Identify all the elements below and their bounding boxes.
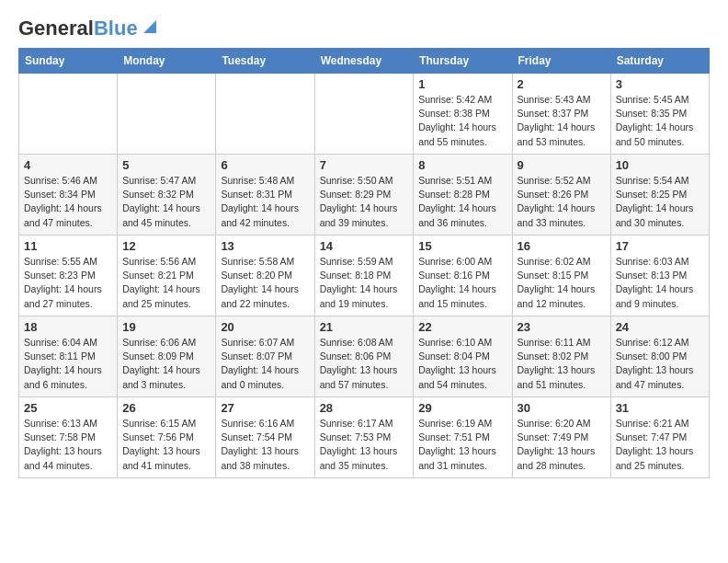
day-info: Sunrise: 5:59 AMSunset: 8:18 PMDaylight:… <box>320 255 409 311</box>
calendar-cell: 20Sunrise: 6:07 AMSunset: 8:07 PMDayligh… <box>216 316 314 397</box>
calendar-cell: 4Sunrise: 5:46 AMSunset: 8:34 PMDaylight… <box>19 155 118 236</box>
day-info: Sunrise: 5:54 AMSunset: 8:25 PMDaylight:… <box>616 174 704 230</box>
page-header: GeneralBlue <box>18 18 710 39</box>
weekday-header-wednesday: Wednesday <box>314 49 414 74</box>
day-number: 30 <box>518 401 606 415</box>
calendar-cell: 1Sunrise: 5:42 AMSunset: 8:38 PMDaylight… <box>414 74 512 155</box>
calendar-cell: 18Sunrise: 6:04 AMSunset: 8:11 PMDayligh… <box>19 316 118 397</box>
weekday-header-sunday: Sunday <box>19 49 118 74</box>
day-info: Sunrise: 5:47 AMSunset: 8:32 PMDaylight:… <box>122 174 210 230</box>
day-number: 24 <box>616 320 704 334</box>
calendar-cell: 19Sunrise: 6:06 AMSunset: 8:09 PMDayligh… <box>118 316 216 397</box>
day-number: 19 <box>122 320 210 334</box>
calendar-cell: 27Sunrise: 6:16 AMSunset: 7:54 PMDayligh… <box>216 397 314 478</box>
day-info: Sunrise: 6:08 AMSunset: 8:06 PMDaylight:… <box>320 336 409 392</box>
day-info: Sunrise: 5:48 AMSunset: 8:31 PMDaylight:… <box>221 174 309 230</box>
calendar-table: SundayMondayTuesdayWednesdayThursdayFrid… <box>18 48 710 478</box>
day-number: 5 <box>122 158 210 172</box>
day-info: Sunrise: 5:56 AMSunset: 8:21 PMDaylight:… <box>122 255 210 311</box>
day-info: Sunrise: 6:13 AMSunset: 7:58 PMDaylight:… <box>24 417 112 473</box>
day-info: Sunrise: 6:17 AMSunset: 7:53 PMDaylight:… <box>320 417 409 473</box>
day-info: Sunrise: 6:10 AMSunset: 8:04 PMDaylight:… <box>418 336 506 392</box>
calendar-cell: 22Sunrise: 6:10 AMSunset: 8:04 PMDayligh… <box>414 316 512 397</box>
calendar-cell <box>19 74 118 155</box>
day-info: Sunrise: 5:45 AMSunset: 8:35 PMDaylight:… <box>616 93 704 149</box>
day-info: Sunrise: 5:52 AMSunset: 8:26 PMDaylight:… <box>518 174 606 230</box>
day-number: 13 <box>221 239 309 253</box>
calendar-cell: 12Sunrise: 5:56 AMSunset: 8:21 PMDayligh… <box>118 236 216 316</box>
day-info: Sunrise: 5:50 AMSunset: 8:29 PMDaylight:… <box>320 174 409 230</box>
weekday-header-tuesday: Tuesday <box>216 49 314 74</box>
day-number: 8 <box>418 158 506 172</box>
calendar-cell: 14Sunrise: 5:59 AMSunset: 8:18 PMDayligh… <box>314 236 414 316</box>
day-number: 11 <box>24 239 112 253</box>
calendar-cell: 31Sunrise: 6:21 AMSunset: 7:47 PMDayligh… <box>610 397 709 478</box>
calendar-header-row: SundayMondayTuesdayWednesdayThursdayFrid… <box>19 49 710 74</box>
day-number: 6 <box>221 158 309 172</box>
day-number: 14 <box>320 239 409 253</box>
day-info: Sunrise: 6:06 AMSunset: 8:09 PMDaylight:… <box>122 336 210 392</box>
day-info: Sunrise: 6:21 AMSunset: 7:47 PMDaylight:… <box>616 417 704 473</box>
calendar-cell: 17Sunrise: 6:03 AMSunset: 8:13 PMDayligh… <box>610 236 709 316</box>
calendar-cell: 9Sunrise: 5:52 AMSunset: 8:26 PMDaylight… <box>512 155 610 236</box>
day-info: Sunrise: 5:43 AMSunset: 8:37 PMDaylight:… <box>518 93 606 149</box>
day-info: Sunrise: 5:55 AMSunset: 8:23 PMDaylight:… <box>24 255 112 311</box>
day-number: 4 <box>24 158 112 172</box>
day-number: 3 <box>616 77 704 91</box>
weekday-header-saturday: Saturday <box>610 49 709 74</box>
day-number: 26 <box>122 401 210 415</box>
weekday-header-friday: Friday <box>512 49 610 74</box>
day-number: 29 <box>418 401 506 415</box>
day-info: Sunrise: 6:04 AMSunset: 8:11 PMDaylight:… <box>24 336 112 392</box>
calendar-cell: 30Sunrise: 6:20 AMSunset: 7:49 PMDayligh… <box>512 397 610 478</box>
day-info: Sunrise: 6:20 AMSunset: 7:49 PMDaylight:… <box>518 417 606 473</box>
day-info: Sunrise: 6:07 AMSunset: 8:07 PMDaylight:… <box>221 336 309 392</box>
day-info: Sunrise: 6:15 AMSunset: 7:56 PMDaylight:… <box>122 417 210 473</box>
day-info: Sunrise: 6:12 AMSunset: 8:00 PMDaylight:… <box>616 336 704 392</box>
calendar-cell: 3Sunrise: 5:45 AMSunset: 8:35 PMDaylight… <box>610 74 709 155</box>
logo: GeneralBlue <box>18 18 160 39</box>
weekday-header-thursday: Thursday <box>414 49 512 74</box>
calendar-cell: 16Sunrise: 6:02 AMSunset: 8:15 PMDayligh… <box>512 236 610 316</box>
day-number: 18 <box>24 320 112 334</box>
calendar-cell <box>118 74 216 155</box>
calendar-cell: 6Sunrise: 5:48 AMSunset: 8:31 PMDaylight… <box>216 155 314 236</box>
calendar-cell: 29Sunrise: 6:19 AMSunset: 7:51 PMDayligh… <box>414 397 512 478</box>
day-info: Sunrise: 6:02 AMSunset: 8:15 PMDaylight:… <box>518 255 606 311</box>
day-number: 12 <box>122 239 210 253</box>
calendar-cell: 10Sunrise: 5:54 AMSunset: 8:25 PMDayligh… <box>610 155 709 236</box>
calendar-week-row: 1Sunrise: 5:42 AMSunset: 8:38 PMDaylight… <box>19 74 710 155</box>
day-info: Sunrise: 6:00 AMSunset: 8:16 PMDaylight:… <box>418 255 506 311</box>
calendar-cell: 15Sunrise: 6:00 AMSunset: 8:16 PMDayligh… <box>414 236 512 316</box>
weekday-header-monday: Monday <box>118 49 216 74</box>
day-number: 25 <box>24 401 112 415</box>
calendar-week-row: 18Sunrise: 6:04 AMSunset: 8:11 PMDayligh… <box>19 316 710 397</box>
calendar-cell: 23Sunrise: 6:11 AMSunset: 8:02 PMDayligh… <box>512 316 610 397</box>
calendar-cell <box>216 74 314 155</box>
calendar-cell: 28Sunrise: 6:17 AMSunset: 7:53 PMDayligh… <box>314 397 414 478</box>
day-number: 22 <box>418 320 506 334</box>
calendar-cell: 25Sunrise: 6:13 AMSunset: 7:58 PMDayligh… <box>19 397 118 478</box>
day-info: Sunrise: 5:42 AMSunset: 8:38 PMDaylight:… <box>418 93 506 149</box>
day-number: 16 <box>518 239 606 253</box>
day-number: 2 <box>518 77 606 91</box>
calendar-cell: 5Sunrise: 5:47 AMSunset: 8:32 PMDaylight… <box>118 155 216 236</box>
day-info: Sunrise: 6:16 AMSunset: 7:54 PMDaylight:… <box>221 417 309 473</box>
svg-marker-0 <box>143 20 156 33</box>
calendar-cell <box>314 74 414 155</box>
day-number: 9 <box>518 158 606 172</box>
day-info: Sunrise: 5:58 AMSunset: 8:20 PMDaylight:… <box>221 255 309 311</box>
day-number: 17 <box>616 239 704 253</box>
calendar-cell: 13Sunrise: 5:58 AMSunset: 8:20 PMDayligh… <box>216 236 314 316</box>
day-info: Sunrise: 5:51 AMSunset: 8:28 PMDaylight:… <box>418 174 506 230</box>
calendar-cell: 11Sunrise: 5:55 AMSunset: 8:23 PMDayligh… <box>19 236 118 316</box>
day-number: 31 <box>616 401 704 415</box>
calendar-cell: 8Sunrise: 5:51 AMSunset: 8:28 PMDaylight… <box>414 155 512 236</box>
day-info: Sunrise: 6:03 AMSunset: 8:13 PMDaylight:… <box>616 255 704 311</box>
calendar-cell: 21Sunrise: 6:08 AMSunset: 8:06 PMDayligh… <box>314 316 414 397</box>
calendar-week-row: 11Sunrise: 5:55 AMSunset: 8:23 PMDayligh… <box>19 236 710 316</box>
calendar-cell: 7Sunrise: 5:50 AMSunset: 8:29 PMDaylight… <box>314 155 414 236</box>
day-number: 27 <box>221 401 309 415</box>
calendar-cell: 26Sunrise: 6:15 AMSunset: 7:56 PMDayligh… <box>118 397 216 478</box>
calendar-cell: 24Sunrise: 6:12 AMSunset: 8:00 PMDayligh… <box>610 316 709 397</box>
